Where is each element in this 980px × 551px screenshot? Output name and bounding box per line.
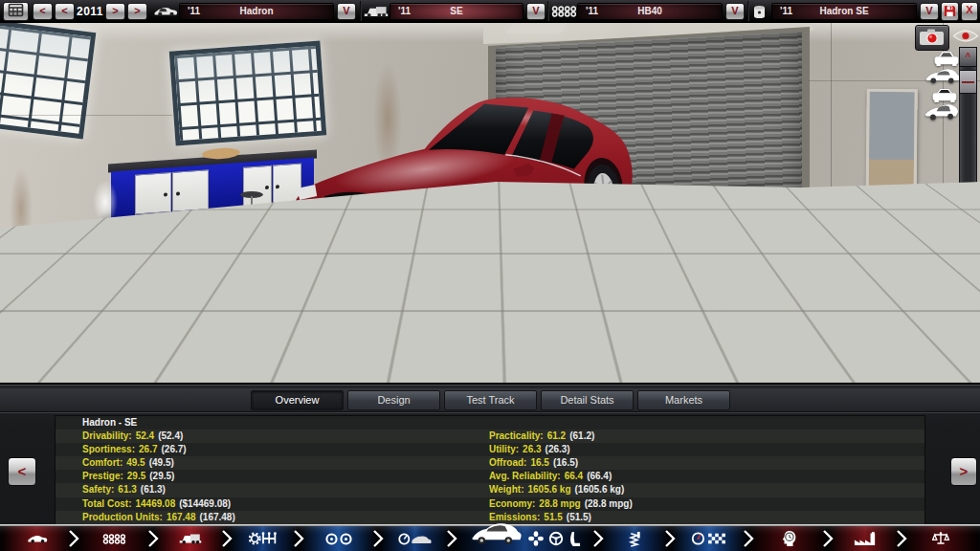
test-track-icon [691,531,727,546]
chevron-left-icon: < [18,463,27,479]
close-button[interactable]: X [961,2,978,21]
model-family-dropdown[interactable]: '11 Hadron [179,3,334,20]
stat-row: Comfort:49.5(49.5) Offroad:16.5(16.5) [56,456,924,470]
tab-detail-stats[interactable]: Detail Stats [541,390,634,410]
engine-family-icon [551,5,576,18]
zoom-scrollbar-up-button[interactable]: ^ [959,47,977,67]
viewport-3d[interactable]: ^ V [0,23,980,383]
stage-brakes[interactable] [378,526,452,551]
stat-row: Prestige:29.5(29.5) Avg. Reliability:66.… [56,470,924,483]
photo-mode-button[interactable] [915,25,949,51]
car-side-view-icon [924,69,960,84]
year-forward-button[interactable]: > [105,3,125,20]
scales-icon [932,531,949,547]
engine-variant-icon [751,4,768,19]
camera-side-view-button[interactable] [924,69,960,88]
stage-suspension[interactable] [598,526,670,551]
stage-engineering[interactable] [748,526,828,551]
chevron-right-icon: > [134,5,140,16]
visibility-eye-button[interactable] [952,28,979,44]
engine-icon [102,533,125,545]
car-model-icon [153,4,178,18]
car-title: Hadron - SE [82,416,137,430]
stats-panel: Overview Design Test Track Detail Stats … [0,383,980,526]
factory-icon [854,532,877,546]
stat-row: Drivability:52.4(52.4) Practicality:61.2… [56,430,924,443]
steering-wheel-icon [548,531,564,546]
tab-markets[interactable]: Markets [637,390,730,410]
seat-icon [568,531,581,547]
toolbar-separator [360,1,362,21]
chevron-down-icon: V [925,5,932,16]
variant-name: Hadron SE [772,4,916,19]
brake-gauge-car-icon [398,532,433,546]
prev-panel-button[interactable]: < [8,457,36,486]
stage-wheels[interactable] [299,526,378,551]
car-front-view-icon [932,50,961,67]
chevron-right-icon: > [960,463,969,479]
caret-down-icon: V [965,342,971,352]
stage-factory[interactable] [828,526,902,551]
stage-engine[interactable] [74,526,153,551]
car-model-icon [27,533,48,544]
stat-row: Sportiness:26.7(26.7) Utility:26.3(26.3) [56,443,924,456]
automation-game-window: < < 2011 > > '11 Hadron V '11 SE V '11 H… [0,0,980,551]
paint-splatter [93,180,118,224]
zoom-scrollbar-down-button[interactable]: V [959,337,977,357]
camera-three-quarter-view-button[interactable] [924,103,960,125]
fan-icon [528,531,544,546]
trim-dropdown[interactable]: '11 SE [390,3,523,20]
engine-family-dropdown[interactable]: '11 HB40 [577,3,723,20]
next-panel-button[interactable]: > [950,457,977,486]
chevron-down-icon: V [343,5,349,16]
calendar-button[interactable] [3,2,29,21]
stage-car-model[interactable] [0,526,74,551]
toolbar-separator [547,1,549,21]
chevron-down-icon: V [532,5,539,16]
tab-overview[interactable]: Overview [251,390,344,410]
suspension-icon [628,531,641,547]
car-rear-view-icon [930,87,959,103]
hide-ui-button[interactable] [946,358,977,382]
close-icon: X [966,4,972,15]
stage-test-track[interactable] [670,526,748,551]
chevron-left-icon: < [61,5,67,16]
wheels-icon [324,532,353,546]
car-three-quarter-view-icon [924,103,960,121]
eye-crossed-icon [946,358,977,382]
eye-icon [952,28,979,44]
zoom-scrollbar-handle[interactable] [959,70,977,94]
year-back-fast-button[interactable]: < [33,3,53,20]
stat-row: Safety:61.3(61.3) Weight:1605.6 kg(1605.… [56,483,924,496]
year-forward-fast-button[interactable]: > [127,3,147,20]
floor-mat [639,195,762,218]
engineering-time-icon [780,530,797,547]
caret-up-icon: ^ [966,52,971,62]
stat-row: Total Cost:14469.08($14469.08) Economy:2… [56,497,924,511]
model-dropdown-button[interactable]: V [337,3,356,20]
chevron-right-icon: > [112,5,118,16]
garage-window-left [0,23,96,139]
engine-variant-dropdown[interactable]: '11 Hadron SE [771,3,917,20]
stage-drivetrain[interactable] [227,526,299,551]
trim-truck-icon [364,4,389,19]
trim-dropdown-button[interactable]: V [526,3,546,20]
stage-markets[interactable] [902,526,980,551]
year-back-button[interactable]: < [55,3,75,20]
camera-front-view-button[interactable] [932,50,961,71]
camera-icon [918,27,947,48]
gearbox-icon [249,531,278,546]
toolbar-separator [747,1,749,21]
stage-body-and-interior[interactable] [452,526,598,551]
engine-dropdown-button[interactable]: V [725,3,745,20]
tab-test-track[interactable]: Test Track [444,390,537,410]
top-toolbar: < < 2011 > > '11 Hadron V '11 SE V '11 H… [0,0,980,23]
chevron-left-icon: < [39,5,45,16]
variant-dropdown-button[interactable]: V [920,3,939,20]
tab-design[interactable]: Design [347,390,440,410]
car-3d-model[interactable] [280,88,636,308]
save-button[interactable] [941,2,959,21]
stage-car-trim[interactable] [153,526,227,551]
design-stage-toolbar [0,526,980,551]
engine-name: HB40 [578,4,722,19]
